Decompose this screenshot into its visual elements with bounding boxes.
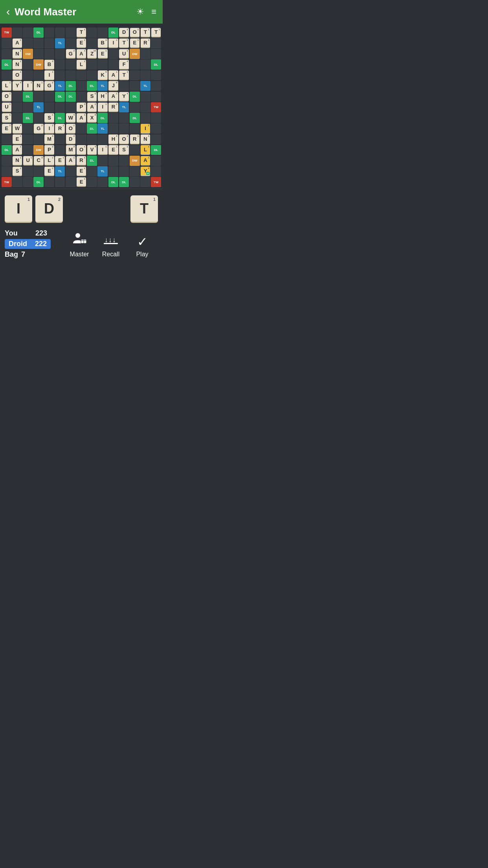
cell-2-9[interactable]: E1 <box>97 49 108 59</box>
cell-6-0[interactable]: O1 <box>2 92 12 102</box>
tile-9-0[interactable]: E1 <box>2 124 11 133</box>
tile-2-1[interactable]: N1 <box>13 49 22 59</box>
cell-2-1[interactable]: N1 <box>12 49 22 59</box>
cell-7-13[interactable] <box>140 102 150 112</box>
tile-1-10[interactable]: I1 <box>108 39 118 48</box>
cell-6-14[interactable] <box>151 92 161 102</box>
cell-8-7[interactable]: A1 <box>76 113 86 123</box>
cell-1-11[interactable]: T1 <box>119 38 129 48</box>
cell-10-0[interactable] <box>2 134 12 145</box>
cell-0-8[interactable] <box>87 28 97 38</box>
cell-11-7[interactable]: O1 <box>76 145 86 155</box>
tile-10-6[interactable]: D2 <box>66 134 75 144</box>
cell-7-3[interactable]: TL <box>33 102 44 112</box>
cell-1-9[interactable]: B3 <box>97 38 108 48</box>
cell-0-11[interactable]: D2 <box>119 28 129 38</box>
cell-13-13[interactable]: Y012 <box>140 166 150 177</box>
cell-12-9[interactable] <box>97 156 108 166</box>
cell-6-12[interactable]: DL <box>130 92 140 102</box>
master-button[interactable]: Master <box>64 232 95 258</box>
cell-10-9[interactable] <box>97 134 108 145</box>
tile-12-6[interactable]: A1 <box>66 156 75 166</box>
cell-12-1[interactable]: N1 <box>12 156 22 166</box>
cell-14-3[interactable]: DL <box>33 177 44 187</box>
tile-12-4[interactable]: L1 <box>44 156 54 166</box>
tile-7-9[interactable]: I1 <box>98 103 107 112</box>
cell-12-3[interactable]: C3 <box>33 156 44 166</box>
cell-9-13[interactable]: I1 <box>140 123 150 134</box>
back-button[interactable]: ‹ <box>6 6 10 18</box>
tile-11-11[interactable]: S1 <box>119 145 128 154</box>
tile-5-10[interactable]: J8 <box>108 81 118 90</box>
rack-tile-2[interactable]: T 1 <box>130 195 158 223</box>
cell-10-14[interactable] <box>151 134 161 145</box>
cell-13-4[interactable]: E1 <box>44 166 55 177</box>
cell-10-10[interactable]: H4 <box>108 134 119 145</box>
cell-6-3[interactable] <box>33 92 44 102</box>
cell-8-5[interactable]: DL <box>55 113 65 123</box>
cell-13-11[interactable] <box>119 166 129 177</box>
cell-9-14[interactable] <box>151 123 161 134</box>
cell-12-6[interactable]: A1 <box>66 156 76 166</box>
cell-14-9[interactable] <box>97 177 108 187</box>
tile-13-13[interactable]: Y012 <box>141 167 150 176</box>
cell-12-8[interactable]: DL <box>87 156 97 166</box>
cell-5-2[interactable]: I1 <box>23 81 33 91</box>
tile-0-13[interactable]: T1 <box>141 28 150 37</box>
cell-10-4[interactable]: M3 <box>44 134 55 145</box>
cell-7-14[interactable]: TW <box>151 102 161 112</box>
tile-12-13[interactable]: A1 <box>141 156 150 166</box>
tile-5-4[interactable]: G2 <box>44 81 54 90</box>
cell-14-1[interactable] <box>12 177 22 187</box>
cell-3-0[interactable]: DL <box>2 59 12 70</box>
cell-4-10[interactable]: A1 <box>108 70 119 81</box>
cell-11-13[interactable]: L1 <box>140 145 150 155</box>
cell-3-8[interactable] <box>87 59 97 70</box>
cell-4-14[interactable] <box>151 70 161 81</box>
cell-7-5[interactable] <box>55 102 65 112</box>
cell-14-5[interactable] <box>55 177 65 187</box>
cell-0-2[interactable] <box>23 28 33 38</box>
cell-3-3[interactable]: DW <box>33 59 44 70</box>
cell-13-5[interactable]: TL <box>55 166 65 177</box>
cell-4-11[interactable]: T1 <box>119 70 129 81</box>
cell-10-3[interactable] <box>33 134 44 145</box>
cell-14-11[interactable]: DL <box>119 177 129 187</box>
cell-2-0[interactable] <box>2 49 12 59</box>
tile-2-6[interactable]: G2 <box>66 49 75 59</box>
tile-0-12[interactable]: O1 <box>130 28 139 37</box>
tile-2-11[interactable]: U1 <box>119 49 128 59</box>
cell-7-4[interactable] <box>44 102 55 112</box>
cell-8-8[interactable]: X8 <box>87 113 97 123</box>
cell-9-5[interactable]: R1 <box>55 123 65 134</box>
cell-2-11[interactable]: U1 <box>119 49 129 59</box>
tile-3-7[interactable]: L1 <box>77 60 86 69</box>
cell-9-6[interactable]: O1 <box>66 123 76 134</box>
cell-13-1[interactable]: S1 <box>12 166 22 177</box>
cell-4-1[interactable]: O1 <box>12 70 22 81</box>
cell-6-5[interactable]: DL <box>55 92 65 102</box>
cell-7-2[interactable] <box>23 102 33 112</box>
cell-1-10[interactable]: I1 <box>108 38 119 48</box>
tile-6-0[interactable]: O1 <box>2 92 11 101</box>
cell-1-2[interactable] <box>23 38 33 48</box>
cell-1-4[interactable] <box>44 38 55 48</box>
tile-11-1[interactable]: A1 <box>13 145 22 154</box>
cell-0-7[interactable]: T1 <box>76 28 86 38</box>
tile-9-13[interactable]: I1 <box>141 124 150 133</box>
cell-4-13[interactable] <box>140 70 150 81</box>
tile-13-7[interactable]: E1 <box>77 167 86 176</box>
cell-13-8[interactable] <box>87 166 97 177</box>
cell-9-9[interactable]: TL <box>97 123 108 134</box>
cell-5-7[interactable] <box>76 81 86 91</box>
tile-10-1[interactable]: E1 <box>13 134 22 144</box>
cell-5-11[interactable] <box>119 81 129 91</box>
cell-9-11[interactable] <box>119 123 129 134</box>
cell-4-2[interactable] <box>23 70 33 81</box>
cell-2-2[interactable]: DW <box>23 49 33 59</box>
tile-1-7[interactable]: E1 <box>77 39 86 48</box>
cell-13-6[interactable] <box>66 166 76 177</box>
cell-12-11[interactable] <box>119 156 129 166</box>
cell-14-7[interactable]: E1 <box>76 177 86 187</box>
tile-10-13[interactable]: N1 <box>141 134 150 144</box>
